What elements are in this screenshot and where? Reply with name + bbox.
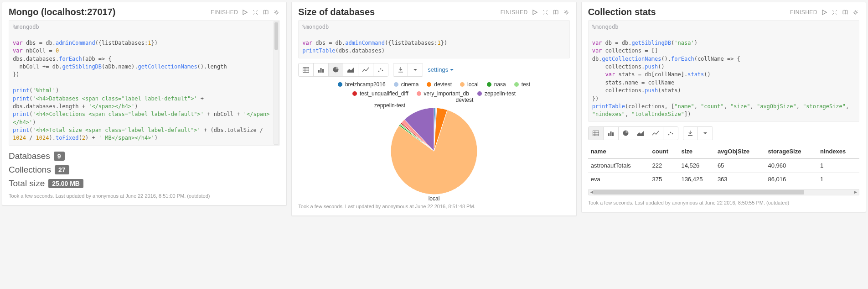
legend-item[interactable]: very_important_db [417, 90, 469, 97]
totalsize-label: Total size [9, 179, 45, 189]
panel-header: Mongo (localhost:27017) FINISHED [9, 7, 280, 17]
panel-title: Size of databases [298, 7, 375, 17]
column-header[interactable]: storageSize [765, 145, 817, 158]
panel-actions: FINISHED [501, 9, 570, 16]
legend-swatch [460, 82, 465, 87]
chart-toolbar: settings [298, 63, 569, 77]
legend-swatch [417, 91, 421, 96]
book-icon[interactable] [552, 9, 559, 16]
slice-label-local: local [429, 195, 440, 202]
pie-chart-button[interactable] [329, 63, 343, 76]
collections-count: 27 [55, 165, 69, 174]
legend-item[interactable]: local [460, 81, 479, 88]
panel-footnote: Took a few seconds. Last updated by anon… [588, 200, 859, 205]
table-row[interactable]: eva375136,42536386,0161 [588, 172, 859, 186]
gear-icon[interactable] [852, 9, 859, 16]
legend-item[interactable]: zeppelin-test [477, 90, 516, 97]
code-scrollbar[interactable] [274, 21, 279, 145]
panel-collection-stats: Collection stats FINISHED %mongodb var d… [581, 2, 866, 212]
bar-chart-button[interactable] [604, 127, 619, 140]
gear-icon[interactable] [563, 9, 570, 16]
databases-count: 9 [54, 152, 65, 161]
svg-point-3 [565, 11, 567, 13]
column-header[interactable]: nindexes [817, 145, 859, 158]
book-icon[interactable] [842, 9, 849, 16]
panel-actions: FINISHED [211, 9, 280, 16]
gear-icon[interactable] [273, 9, 280, 16]
horizontal-scrollbar[interactable]: ◄ ► [588, 189, 859, 195]
legend-item[interactable]: test [514, 81, 530, 88]
legend-item[interactable]: nasa [487, 81, 506, 88]
svg-point-20 [668, 134, 669, 135]
panel-header: Size of databases FINISHED [298, 7, 569, 17]
collapse-icon[interactable] [831, 9, 838, 16]
panel-db-size: Size of databases FINISHED %mongodb var … [291, 2, 576, 216]
collections-summary: Collections 27 [9, 165, 280, 175]
legend-swatch [394, 82, 398, 87]
bar-chart-button[interactable] [314, 63, 329, 76]
svg-point-1 [275, 11, 277, 13]
table-header-row: namecountsizeavgObjSizestorageSizenindex… [588, 145, 859, 158]
pie-chart-button[interactable] [619, 127, 633, 140]
column-header[interactable]: name [588, 145, 650, 158]
chart-legend: breizhcamp2016cinemadevtestlocalnasatest… [298, 81, 569, 97]
svg-marker-0 [243, 10, 247, 15]
run-icon[interactable] [821, 9, 828, 16]
svg-point-22 [672, 133, 673, 134]
code-editor[interactable]: %mongodb var db = db.getSiblingDB('nasa'… [588, 20, 859, 122]
legend-swatch [514, 82, 519, 87]
download-menu-button[interactable] [408, 63, 423, 76]
totalsize-value: 25.00 MB [48, 179, 83, 188]
panel-actions: FINISHED [790, 9, 859, 16]
column-header[interactable]: size [678, 145, 714, 158]
column-header[interactable]: avgObjSize [715, 145, 765, 158]
area-chart-button[interactable] [633, 127, 648, 140]
svg-rect-4 [303, 67, 309, 72]
column-header[interactable]: count [650, 145, 679, 158]
line-chart-button[interactable] [358, 63, 373, 76]
run-icon[interactable] [241, 9, 248, 16]
legend-item[interactable]: devtest [427, 81, 452, 88]
legend-item[interactable]: breizhcamp2016 [338, 81, 386, 88]
run-icon[interactable] [531, 9, 538, 16]
stats-table: namecountsizeavgObjSizestorageSizenindex… [588, 145, 859, 186]
code-editor[interactable]: %mongodb var dbs = db.adminCommand({list… [9, 20, 280, 146]
legend-swatch [477, 91, 482, 96]
table-view-button[interactable] [589, 127, 604, 140]
collapse-icon[interactable] [252, 9, 259, 16]
table-view-button[interactable] [299, 63, 314, 76]
panel-mongo-connection: Mongo (localhost:27017) FINISHED %mongod… [2, 2, 287, 205]
code-editor[interactable]: %mongodb var dbs = db.adminCommand({list… [298, 20, 569, 58]
scatter-chart-button[interactable] [373, 63, 388, 76]
download-menu-button[interactable] [698, 127, 713, 140]
scatter-chart-button[interactable] [663, 127, 678, 140]
download-button[interactable] [683, 127, 698, 140]
svg-rect-5 [318, 70, 320, 73]
legend-swatch [338, 82, 342, 87]
legend-item[interactable]: test_unqualified_diff [352, 90, 408, 97]
svg-marker-2 [533, 10, 537, 15]
table-row[interactable]: astronautTotals22214,5266540,9601 [588, 158, 859, 173]
legend-item[interactable]: cinema [394, 81, 419, 88]
svg-point-10 [380, 68, 382, 69]
svg-rect-12 [398, 72, 403, 73]
svg-rect-23 [688, 135, 692, 136]
totalsize-summary: Total size 25.00 MB [9, 179, 280, 189]
settings-link[interactable]: settings [428, 66, 454, 73]
scroll-right-icon[interactable]: ► [852, 189, 859, 195]
collapse-icon[interactable] [542, 9, 549, 16]
status-badge: FINISHED [790, 9, 817, 16]
status-badge: FINISHED [211, 9, 238, 16]
line-chart-button[interactable] [648, 127, 663, 140]
slice-label-devtest: devtest [456, 97, 474, 103]
panel-title: Mongo (localhost:27017) [9, 7, 115, 17]
book-icon[interactable] [262, 9, 269, 16]
svg-point-9 [378, 70, 380, 72]
download-button[interactable] [393, 63, 408, 76]
legend-swatch [427, 82, 431, 87]
svg-rect-16 [608, 133, 610, 136]
area-chart-button[interactable] [343, 63, 358, 76]
panel-footnote: Took a few seconds. Last updated by anon… [9, 193, 280, 199]
svg-rect-17 [610, 131, 611, 136]
panel-title: Collection stats [588, 7, 656, 17]
